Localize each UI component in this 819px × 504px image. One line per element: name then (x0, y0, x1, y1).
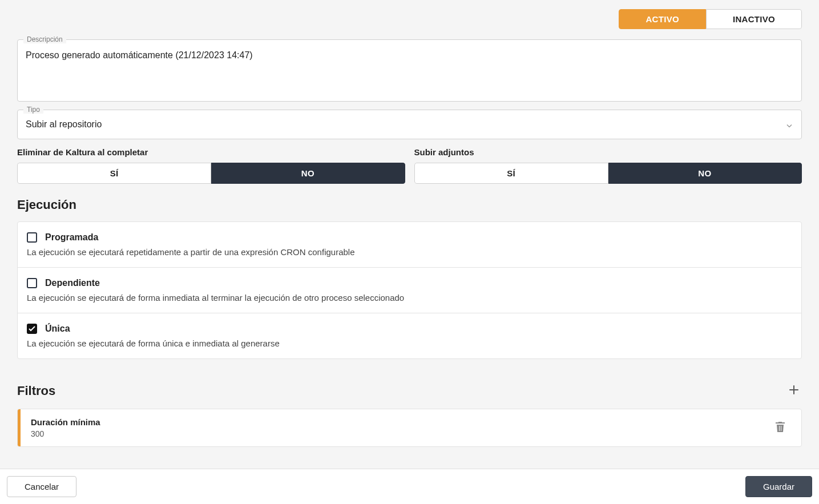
toggle-row: Eliminar de Kaltura al completar SÍ NO S… (17, 147, 802, 184)
footer-bar: Cancelar Guardar (0, 469, 819, 504)
delete-kaltura-label: Eliminar de Kaltura al completar (17, 147, 405, 157)
status-toggle-row: ACTIVO INACTIVO (17, 9, 802, 29)
description-label: Descripción (23, 35, 66, 43)
execution-option-dependiente[interactable]: Dependiente La ejecución se ejecutará de… (18, 268, 801, 313)
execution-option-title: Dependiente (45, 278, 100, 288)
execution-option-unica[interactable]: Única La ejecución se ejecutará de forma… (18, 313, 801, 358)
delete-kaltura-col: Eliminar de Kaltura al completar SÍ NO (17, 147, 405, 184)
description-input[interactable] (18, 40, 801, 99)
add-filter-button[interactable] (786, 382, 802, 400)
type-select[interactable]: Subir al repositorio (18, 110, 801, 139)
delete-filter-button[interactable] (772, 418, 789, 438)
upload-attachments-col: Subir adjuntos SÍ NO (414, 147, 802, 184)
upload-attachments-yes-button[interactable]: SÍ (414, 163, 608, 184)
upload-attachments-toggle: SÍ NO (414, 163, 802, 184)
filter-body: Duración mínima 300 (21, 409, 759, 446)
filter-value: 300 (31, 429, 749, 438)
upload-attachments-no-button[interactable]: NO (608, 163, 802, 184)
save-button[interactable]: Guardar (745, 476, 812, 497)
filters-section-head: Filtros (17, 382, 802, 400)
trash-icon (775, 426, 785, 434)
status-toggle: ACTIVO INACTIVO (619, 9, 802, 29)
execution-option-list: Programada La ejecución se ejecutará rep… (17, 221, 802, 359)
checkbox-programada[interactable] (27, 232, 37, 243)
type-label: Tipo (23, 106, 43, 114)
delete-kaltura-toggle: SÍ NO (17, 163, 405, 184)
type-field: Tipo Subir al repositorio (17, 110, 802, 139)
checkbox-dependiente[interactable] (27, 278, 37, 288)
execution-heading: Ejecución (17, 197, 802, 212)
checkbox-unica[interactable] (27, 324, 37, 334)
status-inactive-button[interactable]: INACTIVO (706, 9, 802, 29)
filter-item[interactable]: Duración mínima 300 (17, 409, 802, 447)
execution-option-desc: La ejecución se ejecutará de forma inmed… (27, 293, 792, 303)
execution-option-title: Programada (45, 232, 98, 243)
execution-option-desc: La ejecución se ejecutará de forma única… (27, 338, 792, 348)
status-active-button[interactable]: ACTIVO (619, 9, 705, 29)
description-field: Descripción (17, 39, 802, 102)
filters-heading: Filtros (17, 384, 55, 398)
plus-icon (788, 389, 800, 397)
delete-kaltura-no-button[interactable]: NO (211, 163, 405, 184)
delete-kaltura-yes-button[interactable]: SÍ (17, 163, 211, 184)
filter-title: Duración mínima (31, 417, 749, 427)
upload-attachments-label: Subir adjuntos (414, 147, 802, 157)
execution-option-title: Única (45, 324, 70, 334)
execution-option-programada[interactable]: Programada La ejecución se ejecutará rep… (18, 222, 801, 268)
execution-option-desc: La ejecución se ejecutará repetidamente … (27, 247, 792, 257)
cancel-button[interactable]: Cancelar (7, 476, 76, 497)
